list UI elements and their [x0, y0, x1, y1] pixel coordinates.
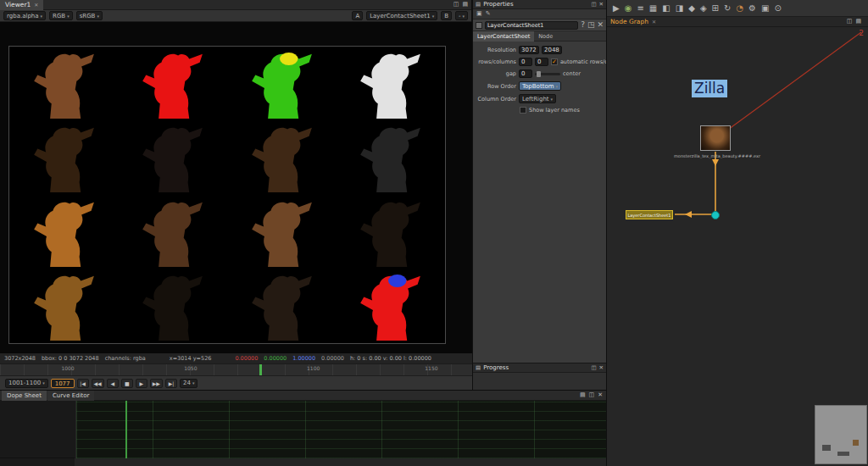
diamond-tool-icon[interactable]: ◆: [688, 4, 695, 13]
goto-start-button[interactable]: |◀: [77, 379, 89, 388]
play-forward-button[interactable]: ▶: [136, 379, 147, 388]
read-node-caption: monsterzilla_tex_mita_beauty.####.exr: [641, 153, 793, 158]
float-panel-icon[interactable]: ◳: [587, 21, 595, 29]
record-icon[interactable]: ◉: [625, 4, 632, 13]
show-layer-names-checkbox[interactable]: [520, 107, 526, 114]
frame-slider[interactable]: 1000 1050 1100 1150: [0, 363, 472, 375]
column-order-select[interactable]: LeftRight▾: [519, 94, 556, 103]
resolution-height-field[interactable]: 2048: [542, 46, 562, 54]
layer-select[interactable]: rgba.alpha▾: [3, 11, 46, 20]
properties-pane: ▤ Properties ◫ ✕ ▣ ✎ LayerContactSheet1 …: [472, 0, 606, 363]
input-a-button[interactable]: A: [352, 11, 363, 20]
info-alpha-value: 0.00000: [321, 355, 344, 362]
contact-sheet-grid: [9, 47, 445, 343]
row-order-select[interactable]: TopBottom▾: [519, 81, 561, 91]
contact-sheet-cell: [119, 269, 228, 344]
colorspace-select[interactable]: sRGB▾: [76, 11, 103, 20]
contact-sheet-cell: [227, 47, 337, 121]
contact-sheet-cell: [9, 121, 119, 196]
split-right-icon[interactable]: ◨: [676, 4, 683, 13]
automatic-rows-checkbox[interactable]: ✓: [551, 58, 558, 65]
viewer-canvas[interactable]: [0, 22, 472, 353]
help-icon[interactable]: ?: [581, 21, 585, 29]
pane-split-icon[interactable]: ◫: [591, 2, 596, 8]
stop-button[interactable]: ■: [121, 379, 133, 388]
target-icon[interactable]: ⊙: [775, 4, 782, 13]
refresh-icon[interactable]: ↻: [724, 4, 731, 13]
frame-range-select[interactable]: 1001-1100▾: [5, 379, 48, 388]
node-color-chip[interactable]: [476, 22, 482, 29]
pane-split-icon[interactable]: ◫: [453, 2, 459, 8]
tab-node-graph[interactable]: Node Graph: [610, 18, 648, 25]
contact-sheet-cell: [9, 269, 119, 344]
tab-dope-sheet[interactable]: Dope Sheet: [2, 391, 47, 401]
node-graph-minimap[interactable]: [815, 405, 867, 464]
row-order-row: Row Order TopBottom▾: [476, 81, 604, 91]
tab-curve-editor[interactable]: Curve Editor: [47, 391, 95, 401]
pane-list-icon[interactable]: ▤: [580, 392, 586, 398]
pane-menu-icon[interactable]: ▤: [462, 2, 468, 8]
gap-slider-handle[interactable]: [537, 71, 541, 77]
info-green-value: 0.00000: [264, 355, 287, 362]
close-icon[interactable]: ✕: [652, 19, 656, 25]
backdrop-label[interactable]: Zilla: [692, 80, 727, 97]
close-icon[interactable]: ✕: [599, 365, 604, 371]
progress-title: Progress: [483, 364, 509, 371]
tab-layercontactsheet[interactable]: LayerContactSheet: [473, 31, 534, 42]
close-icon[interactable]: ✕: [34, 2, 38, 8]
dope-sheet-canvas[interactable]: [0, 401, 606, 458]
chevron-down-icon: ▾: [97, 12, 99, 20]
columns-field[interactable]: 0: [535, 58, 548, 66]
close-icon[interactable]: ✕: [598, 392, 603, 398]
node-name-field[interactable]: LayerContactSheet1: [485, 21, 578, 30]
current-frame-field[interactable]: 1077: [51, 379, 75, 388]
chevron-down-icon: ▾: [556, 82, 559, 91]
fps-select[interactable]: 24▾: [180, 379, 198, 388]
goto-end-button[interactable]: ▶|: [165, 379, 177, 388]
read-node[interactable]: [700, 125, 731, 151]
merge-tool-icon[interactable]: ◈: [700, 4, 707, 13]
layout-icon[interactable]: ▣: [761, 4, 769, 13]
play-forward-fast-button[interactable]: ▶▶: [150, 379, 163, 388]
gap-field[interactable]: 0: [519, 69, 532, 78]
properties-title: Properties: [483, 1, 513, 8]
play-backward-button[interactable]: ◀: [107, 379, 119, 388]
pane-menu-icon[interactable]: ▤: [855, 19, 861, 25]
grid-icon[interactable]: ▦: [649, 4, 657, 13]
tab-node[interactable]: Node: [534, 31, 557, 42]
current-frame-line[interactable]: [125, 401, 127, 458]
close-icon[interactable]: ✕: [599, 2, 604, 8]
select-tool-icon[interactable]: ▶: [613, 4, 620, 13]
viewer-connection-dot[interactable]: [711, 211, 720, 219]
edit-icon[interactable]: ✎: [486, 11, 491, 17]
split-left-icon[interactable]: ◧: [662, 4, 670, 13]
pane-split-icon[interactable]: ◫: [591, 365, 596, 371]
close-icon[interactable]: ✕: [597, 21, 604, 29]
input-b-button[interactable]: B: [441, 11, 452, 20]
timer-icon[interactable]: ◔: [736, 4, 743, 13]
rows-columns-label: rows/columns: [476, 58, 516, 65]
playhead[interactable]: [259, 364, 262, 376]
contact-sheet-cell: [119, 47, 228, 121]
viewer-toolbar: rgba.alpha▾ RGB▾ sRGB▾ A LayerContactShe…: [0, 10, 471, 22]
layercontactsheet-node[interactable]: LayerContactSheet1: [626, 210, 673, 219]
resolution-row: Resolution 3072 2048: [476, 46, 604, 54]
node-graph-canvas[interactable]: 2 Zilla monsterzilla_tex_mita_beauty.###…: [607, 27, 868, 466]
rows-field[interactable]: 0: [519, 58, 532, 66]
play-backward-fast-button[interactable]: ◀◀: [92, 379, 104, 388]
pin-icon[interactable]: ▣: [476, 11, 482, 17]
info-hsvl: h: 0 s: 0.00 v: 0.00 l: 0.00000: [350, 355, 431, 362]
pane-split-icon[interactable]: ◫: [589, 392, 595, 398]
add-node-icon[interactable]: ⊞: [712, 4, 719, 13]
resolution-width-field[interactable]: 3072: [519, 46, 539, 54]
contact-sheet-cell: [119, 195, 228, 269]
menu-icon[interactable]: ≡: [637, 4, 643, 13]
pane-split-icon[interactable]: ◫: [847, 19, 853, 25]
tab-viewer1[interactable]: Viewer1 ✕: [0, 0, 43, 10]
input-b-select[interactable]: -▾: [455, 11, 468, 20]
settings-gear-icon[interactable]: ⚙: [748, 4, 756, 13]
gap-slider[interactable]: [535, 73, 560, 75]
contact-sheet-cell: [337, 195, 446, 269]
input-a-select[interactable]: LayerContactSheet1▾: [366, 11, 437, 20]
channel-select[interactable]: RGB▾: [49, 11, 73, 20]
